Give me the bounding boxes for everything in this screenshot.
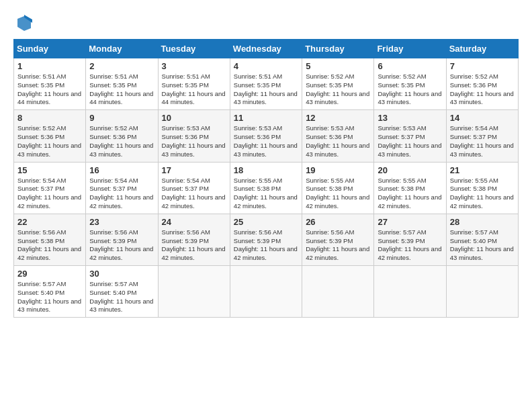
calendar-cell: 13Sunrise: 5:53 AMSunset: 5:37 PMDayligh… [374, 110, 446, 162]
calendar-cell: 30Sunrise: 5:57 AMSunset: 5:40 PMDayligh… [86, 266, 158, 318]
header-wednesday: Wednesday [230, 40, 302, 58]
calendar-cell: 9Sunrise: 5:52 AMSunset: 5:36 PMDaylight… [86, 110, 158, 162]
calendar-cell: 22Sunrise: 5:56 AMSunset: 5:38 PMDayligh… [14, 214, 86, 265]
header-thursday: Thursday [302, 40, 374, 58]
day-number: 22 [17, 217, 82, 227]
day-number: 19 [306, 165, 370, 175]
day-info: Sunrise: 5:55 AMSunset: 5:38 PMDaylight:… [450, 177, 515, 211]
day-number: 3 [162, 61, 226, 71]
header-saturday: Saturday [446, 40, 518, 58]
day-info: Sunrise: 5:56 AMSunset: 5:38 PMDaylight:… [17, 228, 82, 263]
day-info: Sunrise: 5:57 AMSunset: 5:40 PMDaylight:… [17, 280, 82, 314]
day-number: 21 [450, 165, 515, 175]
calendar-week-row: 1Sunrise: 5:51 AMSunset: 5:35 PMDaylight… [14, 58, 519, 110]
calendar-cell: 29Sunrise: 5:57 AMSunset: 5:40 PMDayligh… [14, 266, 86, 318]
calendar-table: SundayMondayTuesdayWednesdayThursdayFrid… [13, 39, 519, 318]
day-number: 9 [89, 113, 154, 123]
calendar-cell [158, 266, 230, 318]
calendar-header-row: SundayMondayTuesdayWednesdayThursdayFrid… [14, 40, 519, 58]
day-number: 14 [450, 113, 515, 123]
day-number: 8 [17, 113, 82, 123]
calendar-cell: 15Sunrise: 5:54 AMSunset: 5:37 PMDayligh… [14, 162, 86, 214]
calendar-cell [446, 266, 518, 318]
calendar-cell: 4Sunrise: 5:51 AMSunset: 5:35 PMDaylight… [230, 58, 302, 110]
day-number: 1 [17, 61, 82, 71]
day-info: Sunrise: 5:53 AMSunset: 5:36 PMDaylight:… [234, 124, 298, 158]
day-info: Sunrise: 5:51 AMSunset: 5:35 PMDaylight:… [234, 73, 298, 107]
day-number: 15 [17, 165, 82, 175]
day-number: 4 [234, 61, 298, 71]
calendar-cell: 24Sunrise: 5:56 AMSunset: 5:39 PMDayligh… [158, 214, 230, 265]
calendar-cell: 23Sunrise: 5:56 AMSunset: 5:39 PMDayligh… [86, 214, 158, 265]
day-number: 12 [306, 113, 370, 123]
day-info: Sunrise: 5:56 AMSunset: 5:39 PMDaylight:… [306, 228, 370, 263]
day-info: Sunrise: 5:52 AMSunset: 5:36 PMDaylight:… [450, 73, 515, 107]
calendar-cell: 2Sunrise: 5:51 AMSunset: 5:35 PMDaylight… [86, 58, 158, 110]
day-info: Sunrise: 5:52 AMSunset: 5:35 PMDaylight:… [378, 73, 442, 107]
calendar-cell: 19Sunrise: 5:55 AMSunset: 5:38 PMDayligh… [302, 162, 374, 214]
day-info: Sunrise: 5:54 AMSunset: 5:37 PMDaylight:… [89, 177, 154, 211]
calendar-cell: 12Sunrise: 5:53 AMSunset: 5:36 PMDayligh… [302, 110, 374, 162]
day-number: 28 [450, 217, 515, 227]
day-info: Sunrise: 5:54 AMSunset: 5:37 PMDaylight:… [17, 177, 82, 211]
calendar-cell: 17Sunrise: 5:54 AMSunset: 5:37 PMDayligh… [158, 162, 230, 214]
day-number: 30 [89, 269, 154, 279]
day-number: 23 [89, 217, 154, 227]
day-info: Sunrise: 5:57 AMSunset: 5:39 PMDaylight:… [378, 228, 442, 263]
day-number: 27 [378, 217, 442, 227]
day-info: Sunrise: 5:55 AMSunset: 5:38 PMDaylight:… [234, 177, 298, 211]
day-number: 10 [162, 113, 226, 123]
calendar-cell: 8Sunrise: 5:52 AMSunset: 5:36 PMDaylight… [14, 110, 86, 162]
calendar-cell [374, 266, 446, 318]
calendar-cell: 10Sunrise: 5:53 AMSunset: 5:36 PMDayligh… [158, 110, 230, 162]
day-info: Sunrise: 5:57 AMSunset: 5:40 PMDaylight:… [89, 280, 154, 314]
day-info: Sunrise: 5:56 AMSunset: 5:39 PMDaylight:… [162, 228, 226, 263]
day-info: Sunrise: 5:56 AMSunset: 5:39 PMDaylight:… [234, 228, 298, 263]
calendar-cell: 25Sunrise: 5:56 AMSunset: 5:39 PMDayligh… [230, 214, 302, 265]
day-info: Sunrise: 5:54 AMSunset: 5:37 PMDaylight:… [162, 177, 226, 211]
calendar-cell: 28Sunrise: 5:57 AMSunset: 5:40 PMDayligh… [446, 214, 518, 265]
header-monday: Monday [86, 40, 158, 58]
calendar-cell: 20Sunrise: 5:55 AMSunset: 5:38 PMDayligh… [374, 162, 446, 214]
day-info: Sunrise: 5:57 AMSunset: 5:40 PMDaylight:… [450, 228, 515, 263]
calendar-cell: 21Sunrise: 5:55 AMSunset: 5:38 PMDayligh… [446, 162, 518, 214]
day-number: 6 [378, 61, 442, 71]
day-number: 13 [378, 113, 442, 123]
calendar-cell: 5Sunrise: 5:52 AMSunset: 5:35 PMDaylight… [302, 58, 374, 110]
day-info: Sunrise: 5:51 AMSunset: 5:35 PMDaylight:… [89, 73, 154, 107]
logo-icon [15, 13, 34, 32]
calendar-cell: 26Sunrise: 5:56 AMSunset: 5:39 PMDayligh… [302, 214, 374, 265]
calendar-cell: 27Sunrise: 5:57 AMSunset: 5:39 PMDayligh… [374, 214, 446, 265]
calendar-cell: 16Sunrise: 5:54 AMSunset: 5:37 PMDayligh… [86, 162, 158, 214]
day-info: Sunrise: 5:51 AMSunset: 5:35 PMDaylight:… [17, 73, 82, 107]
day-number: 26 [306, 217, 370, 227]
calendar-cell: 6Sunrise: 5:52 AMSunset: 5:35 PMDaylight… [374, 58, 446, 110]
day-number: 2 [89, 61, 154, 71]
day-number: 25 [234, 217, 298, 227]
calendar-cell [302, 266, 374, 318]
calendar-week-row: 29Sunrise: 5:57 AMSunset: 5:40 PMDayligh… [14, 266, 519, 318]
header-tuesday: Tuesday [158, 40, 230, 58]
day-number: 17 [162, 165, 226, 175]
calendar-cell: 18Sunrise: 5:55 AMSunset: 5:38 PMDayligh… [230, 162, 302, 214]
day-info: Sunrise: 5:51 AMSunset: 5:35 PMDaylight:… [162, 73, 226, 107]
day-number: 29 [17, 269, 82, 279]
calendar-cell: 3Sunrise: 5:51 AMSunset: 5:35 PMDaylight… [158, 58, 230, 110]
day-info: Sunrise: 5:53 AMSunset: 5:37 PMDaylight:… [378, 124, 442, 158]
day-info: Sunrise: 5:54 AMSunset: 5:37 PMDaylight:… [450, 124, 515, 158]
calendar-cell: 14Sunrise: 5:54 AMSunset: 5:37 PMDayligh… [446, 110, 518, 162]
calendar-cell: 7Sunrise: 5:52 AMSunset: 5:36 PMDaylight… [446, 58, 518, 110]
day-info: Sunrise: 5:52 AMSunset: 5:36 PMDaylight:… [89, 124, 154, 158]
day-number: 5 [306, 61, 370, 71]
day-number: 20 [378, 165, 442, 175]
day-info: Sunrise: 5:53 AMSunset: 5:36 PMDaylight:… [306, 124, 370, 158]
header-friday: Friday [374, 40, 446, 58]
day-number: 16 [89, 165, 154, 175]
day-number: 18 [234, 165, 298, 175]
logo [13, 13, 34, 32]
calendar-cell: 1Sunrise: 5:51 AMSunset: 5:35 PMDaylight… [14, 58, 86, 110]
calendar-week-row: 8Sunrise: 5:52 AMSunset: 5:36 PMDaylight… [14, 110, 519, 162]
day-info: Sunrise: 5:56 AMSunset: 5:39 PMDaylight:… [89, 228, 154, 263]
calendar-week-row: 15Sunrise: 5:54 AMSunset: 5:37 PMDayligh… [14, 162, 519, 214]
header-sunday: Sunday [14, 40, 86, 58]
